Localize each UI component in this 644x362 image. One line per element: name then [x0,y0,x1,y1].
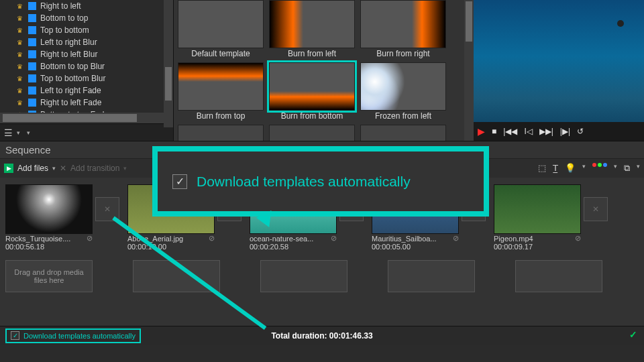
chevron-down-icon[interactable]: ▾ [27,129,30,136]
template-item[interactable]: Default template [178,0,264,60]
audio-slot[interactable] [260,260,347,292]
step-back-button[interactable]: I◁ [524,127,532,136]
tree-item[interactable]: ♛Bottom to top Blur [3,60,173,72]
remove-icon[interactable]: ⊘ [575,234,581,243]
audio-slot[interactable] [388,260,475,292]
transition-slot[interactable]: ✕ [584,197,608,221]
tree-item[interactable]: ♛Top to bottom [3,24,173,36]
template-item[interactable]: Burn from left [269,0,355,60]
clip-name: Mauritius_Sailboa... [372,235,437,243]
template-item[interactable]: Frozen from left [360,62,446,122]
callout-label: Download templates automatically [197,174,411,190]
template-caption: Burn from bottom [269,111,355,122]
folder-icon [28,2,36,10]
tree-item[interactable]: ♛Left to right Blur [3,36,173,48]
template-caption: Burn from top [178,111,264,122]
clip-duration: 00:00:56.18 [5,243,119,251]
stop-button[interactable]: ■ [492,127,496,136]
effects-tree-pane: ♛Right to left ♛Bottom to top ♛Top to bo… [0,0,173,141]
template-caption: Burn from right [360,48,446,60]
tree-label: Left to right Blur [40,38,97,47]
folder-icon [28,50,36,58]
remove-icon[interactable]: ⊘ [209,234,215,243]
remove-icon[interactable]: ⊘ [453,234,459,243]
clip[interactable]: ✕ Pigeon.mp4⊘ 00:00:09.17 [494,184,608,251]
scrollbar-vertical[interactable] [164,0,173,127]
list-view-icon[interactable]: ☰ [4,127,13,138]
crown-icon: ♛ [15,51,24,58]
clip-duration: 00:00:09.17 [494,243,608,251]
folder-icon [28,62,36,70]
template-item[interactable]: Burn from right [360,0,446,60]
audio-track[interactable]: Drag and drop media files here [0,257,644,295]
crown-icon: ♛ [15,3,24,10]
template-item-selected[interactable]: Burn from bottom [269,62,355,122]
tree-label: Top to bottom [40,25,89,35]
scrollbar-horizontal[interactable] [0,113,173,123]
copy-icon[interactable]: ⧉ [624,163,630,174]
template-item[interactable]: Burn from top [178,62,264,122]
next-button[interactable]: ▶▶| [539,127,553,136]
crown-icon: ♛ [15,63,24,70]
total-duration: Total duration: 00:01:46.33 [271,331,372,341]
chevron-down-icon[interactable]: ▾ [52,165,56,172]
bulb-icon[interactable]: 💡 [565,163,576,174]
folder-icon [28,74,36,82]
step-fwd-button[interactable]: |▶| [560,127,570,136]
prev-button[interactable]: |◀◀ [503,127,517,136]
tree-item[interactable]: ♛Right to left Blur [3,48,173,60]
play-button[interactable]: ▶ [478,126,485,137]
loop-button[interactable]: ↺ [577,127,584,136]
chevron-down-icon[interactable]: ▾ [17,129,20,136]
effects-tree[interactable]: ♛Right to left ♛Bottom to top ♛Top to bo… [0,0,173,113]
download-templates-checkbox[interactable]: ✓ Download templates automatically [5,328,141,343]
tree-label: Bottom to top [40,13,88,23]
clip-thumbnail[interactable] [5,184,93,234]
confirm-button[interactable] [617,329,641,343]
crown-icon: ♛ [15,99,24,107]
tree-item[interactable]: ♛Bottom to top [3,12,173,24]
playback-controls: ▶ ■ |◀◀ I◁ ▶▶| |▶| ↺ [474,122,644,141]
template-caption: Frozen from left [360,111,446,122]
play-icon: ▶ [4,164,13,173]
tree-label: Left to right Fade [40,86,101,95]
preview-pane: ▶ ■ |◀◀ I◁ ▶▶| |▶| ↺ [474,0,644,141]
folder-icon [28,99,36,107]
checkbox-icon: ✓ [172,174,187,189]
tree-item[interactable]: ♛Left to right Fade [3,84,173,97]
status-bar: ✓ Download templates automatically Total… [0,326,644,345]
clip-duration: 00:00:05.00 [372,243,486,251]
remove-icon[interactable]: ⊘ [331,234,337,243]
add-transition-button[interactable]: Add transition [70,164,119,173]
folder-icon [28,86,36,95]
folder-icon [28,14,36,22]
checkbox-icon[interactable]: ✓ [11,331,19,340]
tree-item[interactable]: ♛Right to left Fade [3,97,173,109]
tree-item[interactable]: ♛Top to bottom Blur [3,72,173,84]
remove-icon[interactable]: ⊘ [87,234,93,243]
template-caption: Burn from left [269,48,355,60]
color-icon[interactable] [592,163,607,174]
chevron-down-icon[interactable]: ▾ [123,165,127,172]
add-files-button[interactable]: Add files [17,164,48,173]
view-toolbar: ☰▾ ▾ [0,123,173,141]
clip-duration: 00:00:10.00 [127,243,241,251]
crown-icon: ♛ [15,75,24,82]
clip-thumbnail[interactable] [494,184,581,234]
text-tool-icon[interactable]: T̲ [553,163,558,174]
crown-icon: ♛ [15,27,24,34]
clip-name: ocean-nature-sea... [250,235,313,243]
audio-drop-slot[interactable]: Drag and drop media files here [5,260,93,292]
audio-slot[interactable] [515,260,602,292]
crown-icon: ♛ [15,87,24,95]
tree-label: Top to bottom Blur [40,74,105,83]
tree-item[interactable]: ♛Right to left [3,0,173,12]
tree-label: Right to left [40,1,81,11]
templates-panel: Default template Burn from left Burn fro… [173,0,474,141]
folder-icon [28,26,36,34]
clip-name: Rocks_Turquoise.... [5,235,70,243]
crop-icon[interactable]: ⬚ [538,163,546,174]
clip[interactable]: ✕ Rocks_Turquoise....⊘ 00:00:56.18 [5,184,119,251]
clip-name: Pigeon.mp4 [494,235,533,243]
scrollbar-vertical[interactable] [464,0,474,141]
